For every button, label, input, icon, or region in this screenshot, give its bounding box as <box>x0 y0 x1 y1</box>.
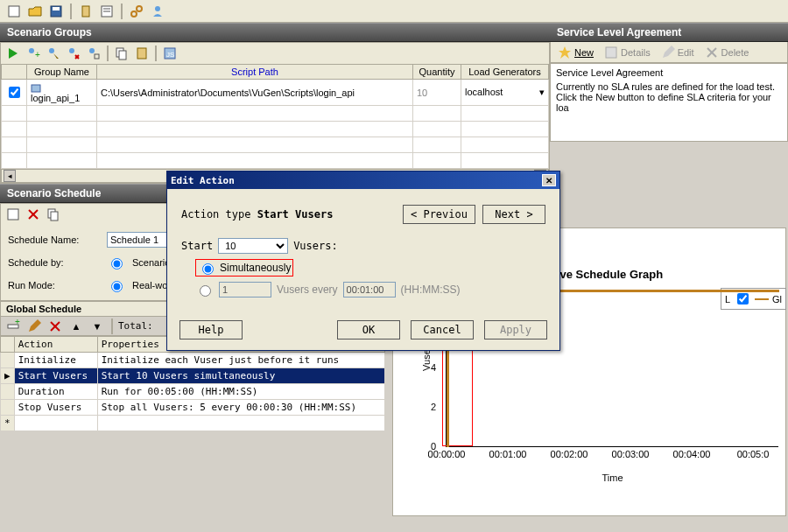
previous-button[interactable]: < Previou <box>403 205 475 224</box>
svg-rect-4 <box>82 6 89 17</box>
svg-point-10 <box>155 6 160 11</box>
remove-user-icon[interactable] <box>65 45 82 62</box>
scenario-groups-title: Scenario Groups <box>0 23 550 42</box>
play-icon[interactable] <box>4 45 22 62</box>
delete-schedule-icon[interactable] <box>25 206 42 223</box>
run-mode-value: Real-wor <box>132 280 171 290</box>
schedule-name-input[interactable] <box>107 232 168 248</box>
schedule-by-value: Scenario <box>132 257 170 268</box>
simul-label: Simultaneously <box>220 262 291 274</box>
sla-new-button[interactable]: New <box>558 46 594 60</box>
add-row-icon[interactable]: + <box>4 318 22 335</box>
simul-radio[interactable] <box>202 263 214 275</box>
sla-details-button: Details <box>604 46 651 60</box>
properties-icon[interactable] <box>98 3 116 20</box>
new-schedule-icon[interactable] <box>4 206 22 223</box>
details-icon <box>604 46 618 60</box>
cell-action <box>14 416 97 431</box>
col-quantity[interactable]: Quantity <box>413 65 461 80</box>
svg-text:+: + <box>35 50 40 60</box>
col-script[interactable]: Script Path <box>97 65 413 80</box>
sla-line2: Click the New button to define SLA crite… <box>556 92 782 113</box>
cell-action: Start Vusers <box>14 368 97 384</box>
cell-quantity: 10 <box>413 80 461 106</box>
scenario-groups-panel: + JS Group Name Script Path Quantity Loa… <box>0 42 550 184</box>
row-checkbox[interactable] <box>9 87 20 98</box>
separator <box>155 46 157 61</box>
svg-text:JS: JS <box>166 51 174 59</box>
edit-row-icon[interactable] <box>25 318 43 335</box>
cell-action: Duration <box>14 384 97 400</box>
run-mode-label: Run Mode: <box>8 280 100 290</box>
sla-line1: Currently no SLA rules are defined for t… <box>556 81 782 92</box>
separator <box>111 318 113 334</box>
dialog-title: Edit Action <box>171 175 235 186</box>
toolbar-separator <box>121 4 123 19</box>
svg-point-19 <box>89 48 95 53</box>
table-row[interactable]: * <box>1 416 385 431</box>
vusers-label: Vusers: <box>293 240 338 252</box>
table-row[interactable]: ▶ Start Vusers Start 10 Vusers simultane… <box>1 368 385 384</box>
col-action[interactable]: Action <box>14 337 97 353</box>
table-row[interactable]: Stop Vusers Stop all Vusers: 5 every 00:… <box>1 400 385 416</box>
move-up-icon[interactable]: ▲ <box>67 318 85 335</box>
x-axis-label: Time <box>602 472 623 483</box>
user-details-icon[interactable] <box>85 45 102 62</box>
edit-user-icon[interactable] <box>45 45 62 62</box>
next-button[interactable]: Next > <box>482 205 545 224</box>
users-icon[interactable] <box>149 3 166 20</box>
dialog-titlebar[interactable]: Edit Action ✕ <box>167 172 559 189</box>
open-icon[interactable] <box>26 3 44 20</box>
add-user-icon[interactable]: + <box>25 45 42 62</box>
edit-action-dialog: Edit Action ✕ Action type Start Vusers <… <box>166 171 560 351</box>
link-icon[interactable] <box>128 3 145 20</box>
sla-message-box: Service Level Agreement Currently no SLA… <box>550 63 788 142</box>
svg-marker-39 <box>29 319 41 332</box>
table-row[interactable]: Duration Run for 00:05:00 (HH:MM:SS) <box>1 384 385 400</box>
every-radio[interactable] <box>200 285 211 297</box>
help-button[interactable]: Help <box>179 320 243 340</box>
main-row: Scenario Groups + JS Group Name Script P… <box>0 23 788 184</box>
save-icon[interactable] <box>47 3 65 20</box>
delete-row-icon[interactable] <box>46 318 64 335</box>
svg-rect-36 <box>51 212 58 220</box>
cell-props: Start 10 Vusers simultaneously <box>97 368 384 384</box>
clipboard-icon[interactable] <box>77 3 95 20</box>
table-row[interactable]: Initialize Initialize each Vuser just be… <box>1 353 385 368</box>
scenario-groups-toolbar: + JS <box>1 43 549 64</box>
svg-point-14 <box>49 48 54 53</box>
move-down-icon[interactable]: ▼ <box>88 318 106 335</box>
x-tick: 00:03:00 <box>612 449 650 459</box>
scroll-left-icon[interactable]: ◂ <box>4 170 16 182</box>
y-tick: 2 <box>431 402 436 412</box>
close-icon[interactable]: ✕ <box>542 174 556 186</box>
col-loadgen[interactable]: Load Generators <box>461 65 549 80</box>
col-group[interactable]: Group Name <box>27 65 97 80</box>
svg-rect-3 <box>53 7 60 10</box>
new-icon[interactable] <box>5 3 23 20</box>
simultaneously-option[interactable]: Simultaneously <box>195 259 293 276</box>
pencil-icon <box>661 46 675 60</box>
dialog-button-row: Help OK Cancel Apply <box>167 313 559 350</box>
start-vusers-select[interactable]: 10 <box>218 238 288 254</box>
every-time-input <box>343 282 396 298</box>
x-tick: 00:05:0 <box>737 449 770 459</box>
svg-rect-32 <box>8 209 18 220</box>
run-mode-radio[interactable] <box>111 281 123 292</box>
copy-schedule-icon[interactable] <box>45 206 62 223</box>
cell-script: C:\Users\Administrator\Documents\VuGen\S… <box>97 80 413 106</box>
schedule-by-radio[interactable] <box>111 258 123 270</box>
table-row[interactable]: login_api_1 C:\Users\Administrator\Docum… <box>2 80 549 106</box>
cell-props: Stop all Vusers: 5 every 00:00:30 (HH:MM… <box>97 400 384 416</box>
x-tick: 00:01:00 <box>489 449 527 459</box>
copy-icon[interactable] <box>113 45 130 62</box>
toolbar-separator <box>70 4 72 19</box>
star-icon <box>558 46 572 60</box>
script-icon[interactable]: JS <box>161 45 179 62</box>
cancel-button[interactable]: Cancel <box>411 320 474 340</box>
cell-props: Run for 00:05:00 (HH:MM:SS) <box>97 384 384 400</box>
right-column: Service Level Agreement New Details Edit… <box>550 23 788 184</box>
start-label: Start <box>181 240 213 252</box>
ok-button[interactable]: OK <box>337 320 400 340</box>
paste-icon[interactable] <box>133 45 151 62</box>
